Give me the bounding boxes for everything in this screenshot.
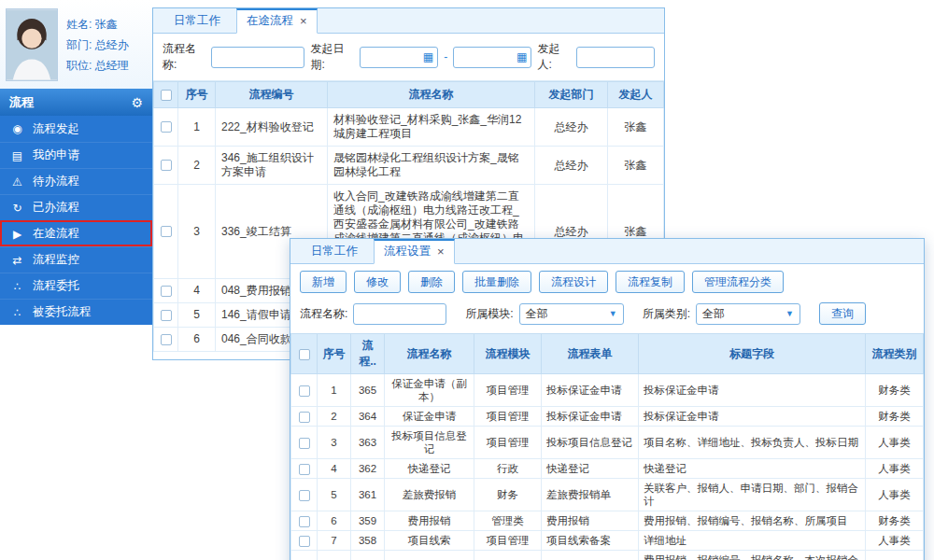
gear-icon[interactable]: ⚙ bbox=[131, 95, 143, 110]
search-button[interactable]: 查询 bbox=[819, 302, 866, 325]
tab-process-settings[interactable]: 流程设置 × bbox=[374, 239, 455, 264]
sidebar-item[interactable]: ∴ 被委托流程 bbox=[0, 299, 152, 325]
category-select[interactable]: 全部 ▼ bbox=[696, 303, 800, 325]
cell-no: 4 bbox=[178, 279, 216, 303]
start-date-from-input[interactable]: ▦ bbox=[360, 47, 438, 68]
sidebar-item[interactable]: ▤ 我的申请 bbox=[0, 142, 152, 168]
col-code: 流程.. bbox=[351, 334, 385, 374]
window2-filter-row: 流程名称: 所属模块: 全部 ▼ 所属类别: 全部 ▼ 查询 bbox=[290, 299, 924, 333]
cell-form: 费用报销 bbox=[542, 511, 639, 531]
cell-code: 364 bbox=[351, 407, 385, 427]
sidebar-item[interactable]: ⇄ 流程监控 bbox=[0, 246, 152, 273]
tab-daily-work-2[interactable]: 日常工作 bbox=[298, 240, 371, 263]
cell-title-fields: 投标保证金申请 bbox=[639, 374, 866, 407]
table-row[interactable]: 1 222_材料验收登记 材料验收登记_材料采购_张鑫_华润12城房建工程项目 … bbox=[154, 108, 664, 147]
sidebar-item-label: 流程委托 bbox=[33, 278, 79, 294]
sidebar-item[interactable]: ↻ 已办流程 bbox=[0, 194, 152, 220]
cell-title-fields: 详细地址 bbox=[639, 531, 866, 551]
cell-person: 张鑫 bbox=[608, 108, 664, 147]
cell-name: 材料验收登记_材料采购_张鑫_华润12城房建工程项目 bbox=[328, 108, 535, 147]
table-row[interactable]: 6 359 费用报销 管理类 费用报销 费用报销、报销编号、报销名称、所属项目 … bbox=[291, 511, 924, 531]
row-select-cell bbox=[154, 108, 178, 147]
calendar-icon[interactable]: ▦ bbox=[423, 50, 433, 63]
table-row[interactable]: 2 346_施工组织设计方案申请 晟铭园林绿化工程组织设计方案_晟铭园林绿化工程… bbox=[154, 147, 664, 185]
row-checkbox[interactable] bbox=[299, 438, 310, 449]
table-row[interactable]: 7 358 项目线索 项目管理 项目线索备案 详细地址 人事类 bbox=[291, 531, 924, 551]
process-design-button[interactable]: 流程设计 bbox=[539, 271, 608, 293]
sidebar-item-icon: ∴ bbox=[10, 306, 24, 319]
cell-code: 362 bbox=[351, 459, 385, 479]
close-icon[interactable]: × bbox=[437, 245, 445, 258]
batch-delete-button[interactable]: 批量删除 bbox=[462, 271, 531, 293]
start-date-to-input[interactable]: ▦ bbox=[453, 47, 531, 68]
row-checkbox[interactable] bbox=[161, 286, 172, 297]
table-row[interactable]: 5 361 差旅费报销 财务 差旅费报销单 关联客户、报销人、申请日期、部门、报… bbox=[291, 479, 924, 511]
process-name-input[interactable] bbox=[211, 47, 304, 68]
row-checkbox[interactable] bbox=[161, 310, 172, 321]
initiator-input[interactable] bbox=[576, 47, 655, 68]
row-select-cell bbox=[291, 459, 318, 479]
cell-code: 363 bbox=[351, 427, 385, 459]
initiator-label: 发起人: bbox=[537, 41, 571, 73]
row-checkbox[interactable] bbox=[161, 121, 172, 133]
sidebar-item-icon: ⚠ bbox=[10, 175, 24, 189]
tab-daily-work[interactable]: 日常工作 bbox=[161, 9, 234, 33]
select-all-checkbox[interactable] bbox=[299, 349, 310, 360]
cell-module: 项目管理 bbox=[474, 407, 542, 427]
sidebar-item[interactable]: ⚠ 待办流程 bbox=[0, 168, 152, 194]
table-row[interactable]: 3 363 投标项目信息登记 项目管理 投标项目信息登记 项目名称、详细地址、投… bbox=[291, 427, 924, 459]
table-row[interactable]: 8 357 测试费用报销 财务 费用报销 费用报销、报销编号、报销名称、本次报销… bbox=[291, 551, 924, 560]
sidebar-item-label: 已办流程 bbox=[33, 200, 79, 216]
cell-name: 保证金申请 bbox=[385, 407, 474, 427]
row-checkbox[interactable] bbox=[299, 385, 310, 397]
row-select-cell bbox=[291, 407, 318, 427]
cell-title-fields: 费用报销、报销编号、报销名称、所属项目 bbox=[639, 511, 866, 531]
row-checkbox[interactable] bbox=[161, 334, 172, 345]
sidebar-item[interactable]: ▶ 在途流程 bbox=[0, 220, 152, 246]
row-select-cell bbox=[291, 479, 318, 511]
table-row[interactable]: 1 365 保证金申请（副本） 项目管理 投标保证金申请 投标保证金申请 财务类 bbox=[291, 374, 924, 407]
col-no: 序号 bbox=[318, 334, 351, 374]
row-checkbox[interactable] bbox=[161, 160, 172, 171]
row-checkbox[interactable] bbox=[299, 464, 310, 475]
user-title: 职位: 总经理 bbox=[66, 55, 129, 76]
table-header-row: 序号 流程.. 流程名称 流程模块 流程表单 标题字段 流程类别 bbox=[291, 334, 924, 374]
cell-title-fields: 项目名称、详细地址、投标负责人、投标日期 bbox=[639, 427, 866, 459]
cell-title-fields: 关联客户、报销人、申请日期、部门、报销合计 bbox=[639, 479, 866, 511]
sidebar-header: 流程 ⚙ bbox=[0, 89, 152, 116]
row-checkbox[interactable] bbox=[299, 412, 310, 423]
row-checkbox[interactable] bbox=[299, 490, 310, 501]
table-row[interactable]: 2 364 保证金申请 项目管理 投标保证金申请 投标保证金申请 财务类 bbox=[291, 407, 924, 427]
manage-category-button[interactable]: 管理流程分类 bbox=[692, 271, 784, 293]
process-name-input-2[interactable] bbox=[353, 303, 446, 325]
module-select[interactable]: 全部 ▼ bbox=[519, 303, 624, 325]
cell-name: 费用报销 bbox=[385, 511, 474, 531]
select-all-checkbox[interactable] bbox=[161, 90, 172, 101]
delete-button[interactable]: 删除 bbox=[408, 271, 455, 293]
sidebar-item-label: 在途流程 bbox=[33, 226, 79, 242]
cell-form: 快递登记 bbox=[542, 459, 639, 479]
col-code: 流程编号 bbox=[216, 82, 328, 108]
calendar-icon[interactable]: ▦ bbox=[517, 50, 527, 63]
edit-button[interactable]: 修改 bbox=[354, 271, 401, 293]
category-label: 所属类别: bbox=[643, 306, 690, 322]
table-row[interactable]: 4 362 快递登记 行政 快递登记 快递登记 人事类 bbox=[291, 459, 924, 479]
add-button[interactable]: 新增 bbox=[300, 271, 347, 293]
row-select-cell bbox=[154, 185, 178, 279]
row-checkbox[interactable] bbox=[161, 226, 172, 237]
tab-in-progress-processes[interactable]: 在途流程 × bbox=[236, 8, 318, 34]
select-all-cell bbox=[291, 334, 318, 374]
sidebar-item-label: 流程监控 bbox=[33, 252, 79, 268]
sidebar-item[interactable]: ∴ 流程委托 bbox=[0, 273, 152, 299]
cell-category: 人事类 bbox=[866, 427, 924, 459]
sidebar-item[interactable]: ◉ 流程发起 bbox=[0, 116, 152, 142]
window2-toolbar: 新增 修改 删除 批量删除 流程设计 流程复制 管理流程分类 bbox=[290, 264, 924, 299]
row-checkbox[interactable] bbox=[299, 516, 310, 527]
cell-category: 人事类 bbox=[866, 459, 924, 479]
close-icon[interactable]: × bbox=[300, 15, 307, 27]
cell-category: 人事类 bbox=[866, 479, 924, 511]
row-checkbox[interactable] bbox=[299, 536, 310, 547]
process-copy-button[interactable]: 流程复制 bbox=[616, 271, 685, 293]
cell-module: 行政 bbox=[474, 459, 542, 479]
user-name: 姓名: 张鑫 bbox=[66, 14, 129, 35]
